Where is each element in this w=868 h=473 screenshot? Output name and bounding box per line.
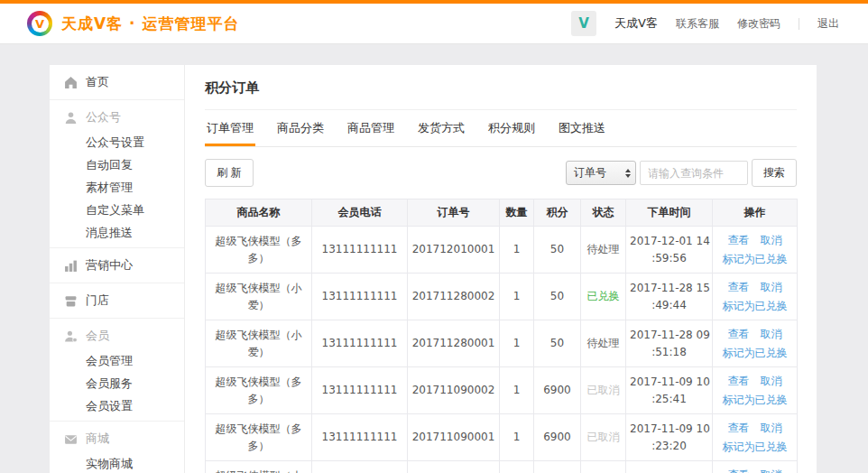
tab-product-management[interactable]: 商品管理 bbox=[346, 110, 396, 146]
member-icon bbox=[64, 329, 78, 343]
col-points: 积分 bbox=[534, 199, 581, 227]
table-header-row: 商品名称 会员电话 订单号 数量 积分 状态 下单时间 操作 bbox=[206, 199, 798, 227]
view-link[interactable]: 查看 bbox=[728, 231, 750, 250]
col-status: 状态 bbox=[581, 199, 626, 227]
time-line1: 2017-11-28 09 bbox=[630, 327, 708, 344]
col-order-no: 订单号 bbox=[408, 199, 500, 227]
sidebar-item-label: 会员管理 bbox=[86, 353, 133, 369]
sidebar-item-label: 营销中心 bbox=[86, 257, 133, 274]
tab-points-rules[interactable]: 积分规则 bbox=[486, 110, 537, 146]
sidebar-group-members[interactable]: 会员 bbox=[50, 322, 184, 349]
search-button[interactable]: 搜索 bbox=[752, 159, 797, 187]
cell-actions: 查看 取消 标记为已兑换 bbox=[713, 227, 798, 274]
sidebar-item-material-management[interactable]: 素材管理 bbox=[50, 176, 184, 199]
cell-time: 2017-12-01 14 :59:56 bbox=[626, 227, 713, 274]
cell-product: 超级飞侠模型（小爱） bbox=[206, 461, 312, 473]
search-field-select[interactable]: 订单号 bbox=[566, 161, 636, 185]
search-input[interactable] bbox=[640, 161, 748, 185]
mark-redeemed-link[interactable]: 标记为已兑换 bbox=[716, 391, 793, 410]
mark-redeemed-link[interactable]: 标记为已兑换 bbox=[716, 297, 793, 316]
cell-points: 50 bbox=[534, 227, 581, 274]
toolbar: 刷 新 订单号 搜索 bbox=[205, 159, 797, 187]
home-icon bbox=[64, 76, 78, 89]
cell-order-no: 201711090001 bbox=[408, 414, 500, 461]
col-product: 商品名称 bbox=[206, 199, 312, 227]
sidebar-item-label: 门店 bbox=[86, 292, 109, 309]
logout-link[interactable]: 退出 bbox=[817, 16, 839, 32]
tab-shipping-method[interactable]: 发货方式 bbox=[416, 110, 466, 146]
divider bbox=[799, 18, 799, 30]
cancel-link[interactable]: 取消 bbox=[761, 372, 782, 391]
brand-logo-icon: V bbox=[27, 11, 52, 36]
time-line2: :51:18 bbox=[630, 344, 708, 361]
sidebar-item-message-push[interactable]: 消息推送 bbox=[50, 221, 184, 244]
sidebar-item-member-management[interactable]: 会员管理 bbox=[50, 349, 184, 372]
mark-redeemed-link[interactable]: 标记为已兑换 bbox=[716, 344, 793, 363]
cancel-link[interactable]: 取消 bbox=[761, 419, 782, 438]
status-badge: 已兑换 bbox=[581, 274, 626, 320]
marketing-icon bbox=[64, 259, 78, 273]
store-icon bbox=[64, 294, 78, 308]
sidebar-item-physical-mall[interactable]: 实物商城 bbox=[50, 452, 184, 473]
col-time: 下单时间 bbox=[626, 199, 713, 227]
cell-phone: 13111111111 bbox=[312, 461, 408, 473]
view-link[interactable]: 查看 bbox=[728, 419, 750, 438]
sidebar-item-member-services[interactable]: 会员服务 bbox=[50, 372, 184, 394]
time-line2: :23:20 bbox=[630, 438, 708, 455]
cell-points: 6900 bbox=[534, 367, 581, 414]
cancel-link[interactable]: 取消 bbox=[761, 325, 782, 344]
sidebar-item-member-settings[interactable]: 会员设置 bbox=[50, 394, 184, 417]
table-row: 超级飞侠模型（多多） 13111111111 201712010001 1 50… bbox=[206, 227, 798, 274]
view-link[interactable]: 查看 bbox=[728, 372, 750, 391]
avatar[interactable]: V bbox=[571, 11, 596, 36]
change-password-link[interactable]: 修改密码 bbox=[737, 16, 780, 32]
time-line1: 2017-11-28 15 bbox=[630, 280, 708, 297]
sidebar: 首页 公众号 公众号设置 自动回复 素材管理 自定义菜单 消息 bbox=[50, 65, 185, 473]
sidebar-item-auto-reply[interactable]: 自动回复 bbox=[50, 153, 184, 176]
view-link[interactable]: 查看 bbox=[728, 325, 750, 344]
time-line1: 2017-11-09 10 bbox=[630, 374, 708, 391]
sidebar-item-home[interactable]: 首页 bbox=[50, 69, 184, 96]
cancel-link[interactable]: 取消 bbox=[761, 278, 782, 297]
cell-product: 超级飞侠模型（多多） bbox=[206, 414, 312, 461]
user-icon bbox=[64, 111, 78, 125]
header-user-area: V 天成V客 联系客服 修改密码 退出 bbox=[571, 11, 839, 36]
tab-product-category[interactable]: 商品分类 bbox=[275, 110, 326, 146]
cell-phone: 13111111111 bbox=[312, 227, 408, 274]
table-row: 超级飞侠模型（多多） 13111111111 201711090002 1 69… bbox=[206, 367, 798, 414]
sidebar-item-custom-menu[interactable]: 自定义菜单 bbox=[50, 199, 184, 221]
sidebar-item-label: 自定义菜单 bbox=[86, 202, 144, 218]
sidebar-group-official-account[interactable]: 公众号 bbox=[50, 104, 184, 131]
sidebar-group-mall[interactable]: 商城 bbox=[50, 425, 184, 452]
sidebar-item-marketing-center[interactable]: 营销中心 bbox=[50, 252, 184, 279]
cell-points: 50 bbox=[534, 320, 581, 367]
cell-product: 超级飞侠模型（小爱） bbox=[206, 320, 312, 367]
mark-redeemed-link[interactable]: 标记为已兑换 bbox=[716, 438, 793, 457]
cell-qty: 1 bbox=[500, 320, 534, 367]
sidebar-item-stores[interactable]: 门店 bbox=[50, 287, 184, 314]
refresh-button[interactable]: 刷 新 bbox=[205, 159, 254, 187]
tab-article-push[interactable]: 图文推送 bbox=[557, 110, 607, 146]
mark-redeemed-link[interactable]: 标记为已兑换 bbox=[716, 250, 793, 269]
col-phone: 会员电话 bbox=[312, 199, 408, 227]
view-link[interactable]: 查看 bbox=[728, 466, 750, 473]
time-line1: 2017-11-09 10 bbox=[630, 421, 708, 438]
cell-actions: 查看 取消 标记为已兑换 bbox=[713, 414, 798, 461]
status-badge: 待处理 bbox=[581, 320, 626, 367]
status-badge: 已取消 bbox=[581, 414, 626, 461]
contact-support-link[interactable]: 联系客服 bbox=[676, 16, 719, 32]
view-link[interactable]: 查看 bbox=[728, 278, 750, 297]
col-actions: 操作 bbox=[713, 199, 798, 227]
cell-order-no: 201711090002 bbox=[408, 367, 500, 414]
cell-time: 2017-11-09 10 :25:41 bbox=[626, 367, 713, 414]
sidebar-item-official-account-settings[interactable]: 公众号设置 bbox=[50, 131, 184, 153]
sidebar-item-label: 公众号设置 bbox=[86, 134, 144, 151]
tab-order-management[interactable]: 订单管理 bbox=[205, 110, 255, 146]
time-line2: :59:56 bbox=[630, 250, 708, 267]
divider bbox=[50, 99, 184, 100]
cell-phone: 13111111111 bbox=[312, 367, 408, 414]
cancel-link[interactable]: 取消 bbox=[761, 466, 782, 473]
search-group: 订单号 搜索 bbox=[566, 159, 797, 187]
cancel-link[interactable]: 取消 bbox=[761, 231, 782, 250]
cell-qty: 1 bbox=[500, 367, 534, 414]
